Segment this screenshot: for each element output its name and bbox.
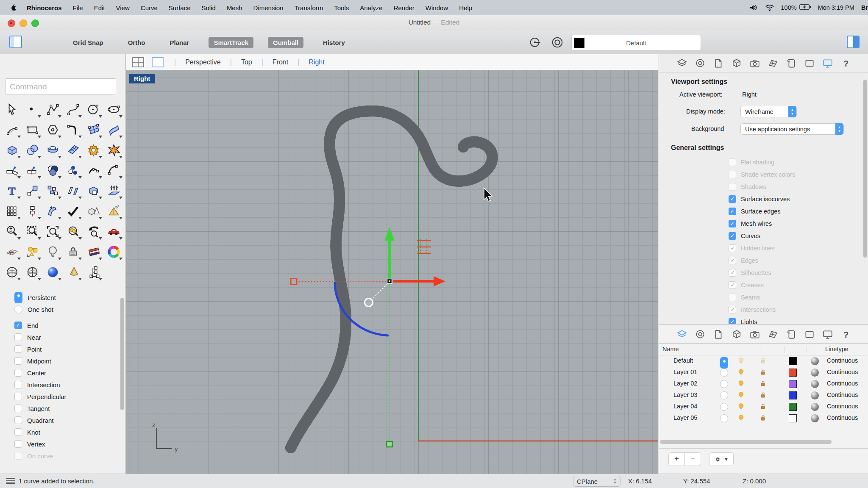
osnap-cursor-icon[interactable] (529, 36, 542, 50)
tool-flyout-caret[interactable] (58, 115, 61, 118)
setting-creases-checkbox[interactable] (729, 281, 736, 289)
tool-flyout-caret[interactable] (119, 136, 122, 138)
tool-flyout-caret[interactable] (58, 136, 61, 138)
tool-render-sphere[interactable] (42, 263, 63, 282)
snapshot-panel-icon[interactable] (749, 58, 760, 70)
tool-color-wheel[interactable] (103, 242, 124, 261)
tool-flyout-caret[interactable] (78, 176, 82, 179)
background-select[interactable]: Use application settings▲▼ (740, 123, 844, 135)
layer-linetype[interactable]: Continuous (827, 403, 858, 410)
toggle-planar[interactable]: Planar (165, 37, 195, 48)
osnap-radio-one-shot[interactable] (14, 305, 22, 313)
left-panel-toggle-icon[interactable] (9, 36, 22, 48)
page-panel-icon[interactable] (786, 329, 797, 341)
tool-analyze-surface[interactable] (83, 242, 103, 261)
tool-flyout-caret[interactable] (58, 278, 61, 280)
tool-arc-blend[interactable] (103, 161, 124, 180)
tool-flyout-caret[interactable] (99, 217, 102, 219)
tool-ellipse[interactable] (103, 100, 124, 119)
tool-flyout-caret[interactable] (99, 197, 102, 199)
layer-color-swatch[interactable] (789, 380, 797, 388)
tool-sphere[interactable] (22, 141, 42, 160)
tool-undo-view[interactable] (83, 222, 103, 241)
layer-color-swatch[interactable] (789, 391, 797, 399)
active-viewport-badge[interactable]: Right (129, 74, 155, 83)
settings-scrollbar[interactable] (863, 80, 867, 258)
setting-silhouettes-checkbox[interactable] (729, 269, 736, 277)
tool-flyout-caret[interactable] (58, 258, 61, 260)
layers-panel-icon[interactable] (676, 329, 687, 341)
setting-edges-checkbox[interactable] (729, 257, 736, 264)
tool-point-cloud[interactable] (63, 161, 83, 180)
setting-lights-checkbox[interactable] (729, 318, 736, 324)
tool-flyout-caret[interactable] (38, 278, 41, 280)
tool-flyout-caret[interactable] (78, 156, 82, 158)
tool-flyout-caret[interactable] (99, 136, 102, 138)
tool-flyout-caret[interactable] (58, 176, 61, 179)
tool-boolean-union[interactable] (42, 161, 63, 180)
osnap-scrollbar[interactable] (120, 298, 124, 410)
layer-material-icon[interactable] (811, 357, 819, 365)
tab-front[interactable]: Front (273, 58, 288, 66)
layer-current-radio[interactable] (720, 414, 728, 422)
tool-boolean-gear[interactable] (83, 141, 103, 160)
osnap-midpoint-checkbox[interactable] (14, 357, 22, 365)
tool-flyout-caret[interactable] (38, 217, 41, 219)
tool-flyout-caret[interactable] (17, 156, 21, 158)
osnap-radio-persistent[interactable] (14, 292, 22, 303)
tool-flyout-caret[interactable] (38, 237, 41, 240)
tool-pyramid-orient[interactable] (103, 202, 124, 221)
remove-layer-button[interactable]: − (685, 452, 701, 466)
menu-analyze[interactable]: Analyze (354, 4, 388, 11)
tool-flyout-caret[interactable] (99, 156, 102, 158)
osnap-knot-checkbox[interactable] (14, 428, 22, 436)
layer-current-radio[interactable] (720, 391, 728, 399)
setting-shadows-checkbox[interactable] (729, 183, 736, 191)
tool-surface-drape[interactable] (63, 141, 83, 160)
tool-flyout-caret[interactable] (78, 258, 82, 260)
tab-top[interactable]: Top (241, 58, 252, 66)
layer-options-button[interactable]: ▼ (709, 452, 734, 466)
properties-panel-icon[interactable] (695, 329, 706, 341)
volume-icon[interactable] (749, 4, 758, 11)
tool-flyout-caret[interactable] (58, 156, 61, 158)
toggle-smarttrack[interactable]: SmartTrack (209, 37, 253, 48)
rectangle-panel-icon[interactable] (804, 58, 815, 70)
cplane-select[interactable]: CPlane▲▼ (573, 476, 620, 487)
tool-flyout-caret[interactable] (99, 176, 102, 179)
tool-extrude-surface[interactable] (103, 181, 124, 200)
hatch-panel-icon[interactable] (768, 329, 779, 341)
osnap-center-checkbox[interactable] (14, 369, 22, 377)
tool-flyout-caret[interactable] (119, 197, 122, 199)
menu-view[interactable]: View (111, 4, 135, 11)
menu-file[interactable]: File (67, 4, 89, 11)
setting-seams-checkbox[interactable] (729, 294, 736, 301)
tool-flyout-caret[interactable] (58, 197, 61, 199)
tool-flyout-caret[interactable] (17, 176, 21, 179)
history-menu-icon[interactable] (6, 478, 15, 485)
tool-sphere-wireframe[interactable] (2, 263, 22, 282)
tool-cage-edit[interactable] (83, 181, 103, 200)
menu-user[interactable]: Br (861, 4, 868, 11)
snapshot-panel-icon[interactable] (749, 329, 760, 341)
layer-material-icon[interactable] (811, 414, 819, 422)
tool-split[interactable] (22, 161, 42, 180)
tool-flyout-caret[interactable] (78, 136, 82, 138)
layer-color-swatch[interactable] (789, 414, 797, 422)
tool-single-point[interactable] (22, 100, 42, 119)
layer-linetype[interactable]: Continuous (827, 357, 858, 364)
tool-trim[interactable] (2, 161, 22, 180)
notes-panel-icon[interactable] (713, 329, 724, 341)
tool-array-rectangular[interactable] (2, 202, 22, 221)
tool-select-pointer[interactable] (2, 100, 22, 119)
layer-linetype[interactable]: Continuous (827, 369, 858, 375)
tool-zoom-extents[interactable] (42, 222, 63, 241)
tool-flyout-caret[interactable] (119, 237, 122, 240)
tool-mirror[interactable] (63, 181, 83, 200)
tool-zoom-window[interactable] (22, 222, 42, 241)
tab-perspective[interactable]: Perspective (185, 58, 221, 66)
tool-flyout-caret[interactable] (58, 217, 61, 219)
tool-control-point-curve[interactable] (42, 100, 63, 119)
notes-panel-icon[interactable] (713, 58, 724, 70)
tool-lock-objects[interactable] (63, 242, 83, 261)
